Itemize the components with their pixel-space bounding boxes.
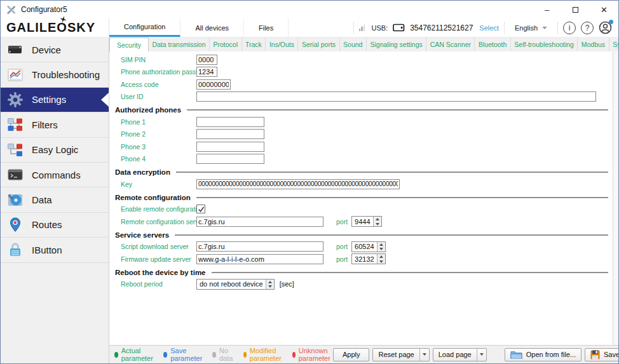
save-to-file-button[interactable]: Save to file... — [585, 348, 619, 361]
script-download-server-input[interactable] — [196, 241, 323, 252]
sidebar-item-settings[interactable]: Settings — [1, 88, 109, 112]
sidebar-item-commands[interactable]: Commands — [1, 163, 109, 187]
account-button[interactable] — [599, 21, 612, 34]
phone3-input[interactable] — [196, 142, 264, 152]
form-row: Access code — [115, 78, 609, 91]
remote-config-server-input[interactable] — [196, 217, 323, 227]
sidebar-item-label: Settings — [32, 94, 66, 105]
spinner-arrows[interactable] — [377, 242, 385, 252]
subtab-security[interactable]: Security — [109, 37, 149, 51]
subtab-can-scanner[interactable]: CAN Scanner — [426, 37, 475, 51]
sidebar: Device Troubleshooting Settings Filters … — [1, 37, 109, 363]
select-device-link[interactable]: Select — [479, 24, 499, 32]
separator — [557, 22, 558, 34]
legend-no-data: No data — [212, 347, 235, 362]
subtab-protocol[interactable]: Protocol — [210, 37, 242, 51]
remote-config-port-spinner[interactable]: 9444 — [351, 216, 381, 227]
header-bar: GALILEOSKY Configuration All devices Fil… — [1, 18, 618, 37]
apply-button[interactable]: Apply — [333, 348, 370, 361]
checkmark-icon — [198, 206, 205, 213]
phone1-input[interactable] — [196, 117, 264, 127]
subtab-signaling-settings[interactable]: Signaling settings — [367, 37, 426, 51]
device-icon — [6, 41, 24, 58]
subtab-bluetooth[interactable]: Bluetooth — [475, 37, 510, 51]
phone2-label: Phone 2 — [115, 130, 196, 138]
title-bar: Configurator5 – ✕ — [1, 1, 618, 18]
sidebar-item-troubleshooting[interactable]: Troubleshooting — [1, 62, 109, 87]
load-dropdown-arrow[interactable] — [477, 349, 486, 361]
load-page-button[interactable]: Load page — [433, 348, 487, 361]
logo-area: GALILEOSKY — [1, 18, 109, 37]
parameter-legend: Actual parameter Save parameter No data … — [114, 347, 333, 362]
form-row: Phone 4 — [115, 153, 609, 166]
sidebar-item-label: IButton — [32, 245, 62, 255]
phone-auth-password-input[interactable] — [196, 67, 217, 77]
sidebar-item-routes[interactable]: Routes — [1, 213, 109, 238]
disk-icon — [6, 191, 24, 208]
phone1-label: Phone 1 — [115, 118, 196, 126]
subtab-system[interactable]: System — [609, 37, 619, 51]
map-pin-icon — [6, 216, 24, 233]
blue-dot-icon — [163, 352, 167, 358]
padlock-icon — [6, 241, 24, 259]
reset-dropdown-arrow[interactable] — [419, 349, 429, 361]
help-button[interactable]: ? — [581, 22, 594, 34]
subtab-data-transmission[interactable]: Data transmission — [149, 37, 210, 51]
port-label: port — [336, 218, 348, 226]
form-row: Phone 3 — [115, 140, 609, 153]
reset-page-button[interactable]: Reset page — [372, 348, 429, 361]
open-from-file-button[interactable]: Open from file... — [505, 348, 582, 361]
maximize-button[interactable] — [561, 1, 590, 18]
orange-dot-icon — [243, 352, 247, 358]
sidebar-item-label: Device — [32, 44, 61, 55]
user-id-label: User ID — [115, 93, 196, 100]
sidebar-item-ibutton[interactable]: IButton — [1, 238, 109, 262]
app-window: Configurator5 – ✕ GALILEOSKY Configurati… — [0, 0, 619, 364]
phone-auth-password-label: Phone authorization password — [115, 68, 196, 76]
signal-bars-icon — [359, 25, 365, 31]
sidebar-item-easy-logic[interactable]: Easy Logic — [1, 138, 109, 163]
minimize-button[interactable]: – — [533, 1, 561, 18]
port-label: port — [336, 255, 348, 263]
tab-files[interactable]: Files — [244, 18, 289, 37]
enable-remote-config-checkbox[interactable] — [196, 205, 205, 213]
subtab-sound[interactable]: Sound — [340, 37, 367, 51]
tab-all-devices[interactable]: All devices — [180, 18, 244, 37]
access-code-label: Access code — [115, 81, 196, 88]
subtab-self-troubleshooting[interactable]: Self-troubleshooting — [511, 37, 578, 51]
encryption-key-input[interactable] — [196, 179, 400, 189]
maximize-icon — [573, 7, 578, 13]
phone2-input[interactable] — [196, 129, 264, 139]
script-port-spinner[interactable]: 60524 — [351, 241, 386, 252]
form-row: Phone 1 — [115, 116, 609, 128]
firmware-update-server-label: Firmware update server — [115, 255, 196, 263]
phone3-label: Phone 3 — [115, 143, 196, 151]
user-id-input[interactable] — [196, 91, 596, 102]
sidebar-item-filters[interactable]: Filters — [1, 112, 109, 137]
reboot-period-spinner[interactable]: do not reboot device — [196, 279, 275, 290]
info-button[interactable]: i — [563, 22, 576, 34]
vertical-scrollbar[interactable] — [613, 51, 618, 345]
sidebar-item-device[interactable]: Device — [1, 37, 109, 62]
status-bar: Actual parameter Save parameter No data … — [109, 345, 618, 363]
tab-configuration[interactable]: Configuration — [109, 18, 180, 37]
spinner-arrows[interactable] — [373, 217, 381, 226]
spinner-arrows[interactable] — [266, 280, 274, 289]
access-code-input[interactable] — [196, 79, 231, 90]
chevron-down-icon — [542, 27, 547, 29]
script-download-server-label: Script download server — [115, 243, 196, 250]
firmware-update-server-input[interactable] — [196, 254, 323, 264]
port-label: port — [336, 243, 348, 250]
language-dropdown[interactable]: English — [510, 24, 552, 32]
close-button[interactable]: ✕ — [590, 1, 618, 18]
firmware-port-spinner[interactable]: 32132 — [351, 253, 386, 264]
form-row: Key — [115, 178, 609, 191]
subtab-serial-ports[interactable]: Serial ports — [298, 37, 339, 51]
spinner-arrows[interactable] — [377, 254, 385, 264]
sidebar-item-data[interactable]: Data — [1, 187, 109, 212]
subtab-track[interactable]: Track — [242, 37, 266, 51]
sim-pin-input[interactable] — [196, 55, 217, 65]
subtab-ins-outs[interactable]: Ins/Outs — [266, 37, 298, 51]
phone4-input[interactable] — [196, 154, 264, 164]
subtab-modbus[interactable]: Modbus — [578, 37, 609, 51]
